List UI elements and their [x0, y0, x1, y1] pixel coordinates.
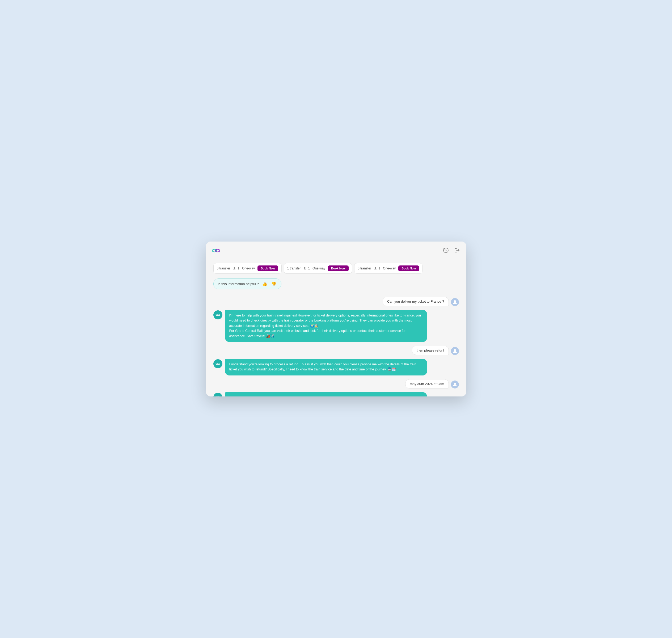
user-message-2: may 30th 2024 at 9am	[213, 379, 459, 388]
helpful-feedback-bar: Is this information helpful ? 👍 👎	[213, 279, 282, 289]
user-avatar-1	[451, 347, 459, 355]
svg-point-10	[454, 349, 456, 351]
svg-point-9	[217, 314, 220, 316]
ticket-transfers-2: 0 transfer	[358, 267, 371, 270]
titlebar-actions	[442, 246, 461, 254]
book-now-button-0[interactable]: Book Now	[257, 266, 278, 271]
chat-window: 0 transfer 1 One-way Book Now 1 transfer…	[206, 241, 466, 397]
user-message-1: then please refunf	[213, 346, 459, 355]
svg-point-12	[217, 363, 220, 365]
svg-point-1	[216, 249, 220, 252]
ticket-type-2: One-way	[383, 267, 396, 270]
bot-message-0: I'm here to help with your train travel …	[213, 310, 459, 342]
user-avatar-0	[451, 298, 459, 306]
svg-point-7	[454, 300, 456, 302]
ticket-type-1: One-way	[313, 267, 325, 270]
ticket-card-2: 0 transfer 1 One-way Book Now	[354, 263, 422, 274]
user-message-0: Can you deliver my ticket to France ?	[213, 297, 459, 306]
thumbdown-button[interactable]: 👎	[270, 281, 277, 287]
svg-point-4	[234, 267, 235, 269]
ticket-type-0: One-way	[242, 267, 255, 270]
bot-avatar-0	[213, 310, 222, 319]
titlebar	[206, 241, 466, 258]
thumbup-button[interactable]: 👍	[262, 281, 268, 287]
ticket-transfers-1: 1 transfer	[287, 267, 301, 270]
bot-avatar-1	[213, 359, 222, 368]
logo	[211, 246, 221, 255]
user-bubble-0: Can you deliver my ticket to France ?	[383, 297, 449, 306]
ticket-card-0: 0 transfer 1 One-way Book Now	[213, 263, 282, 274]
user-bubble-1: then please refunf	[412, 346, 449, 355]
book-now-button-1[interactable]: Book Now	[328, 266, 349, 271]
ticket-passengers-0: 1	[233, 267, 239, 270]
bot-bubble-0: I'm here to help with your train travel …	[225, 310, 427, 342]
bot-message-1: I understand you're looking to process a…	[213, 359, 459, 375]
ticket-card-1: 1 transfer 1 One-way Book Now	[284, 263, 352, 274]
svg-point-5	[304, 267, 306, 269]
ticket-passengers-2: 1	[374, 267, 381, 270]
chat-area: 0 transfer 1 One-way Book Now 1 transfer…	[206, 258, 466, 397]
history-button[interactable]	[442, 246, 450, 254]
logout-button[interactable]	[453, 246, 461, 254]
bot-bubble-1: I understand you're looking to process a…	[225, 359, 427, 375]
ticket-passengers-1: 1	[303, 267, 310, 270]
ticket-transfers-0: 0 transfer	[217, 267, 230, 270]
ticket-cards-row: 0 transfer 1 One-way Book Now 1 transfer…	[213, 263, 459, 274]
svg-point-6	[375, 267, 376, 269]
user-bubble-2: may 30th 2024 at 9am	[405, 379, 449, 388]
svg-point-13	[454, 383, 456, 385]
bot-message-2: To apply for a refund for your train tic…	[213, 392, 459, 397]
bot-bubble-2: To apply for a refund for your train tic…	[225, 392, 427, 397]
bot-avatar-2	[213, 393, 222, 397]
user-avatar-2	[451, 381, 459, 388]
helpful-text: Is this information helpful ?	[218, 282, 259, 286]
book-now-button-2[interactable]: Book Now	[398, 266, 419, 271]
